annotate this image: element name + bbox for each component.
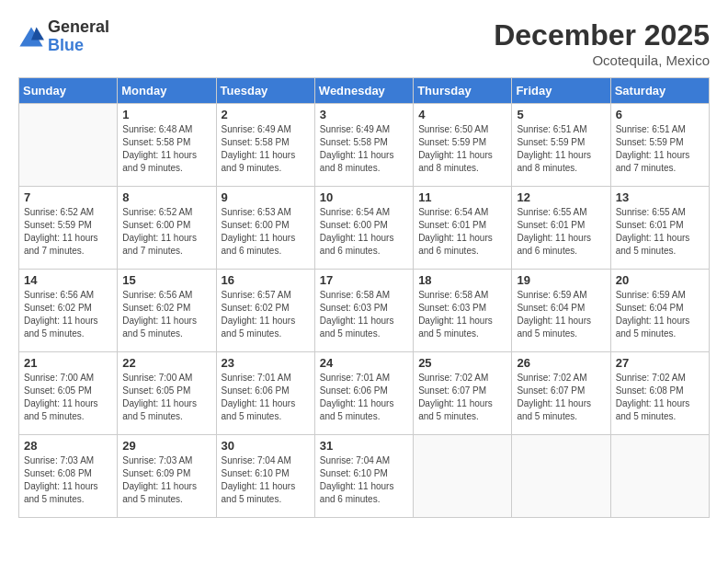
calendar-cell: 19Sunrise: 6:59 AM Sunset: 6:04 PM Dayli…: [512, 270, 610, 352]
calendar-cell: 28Sunrise: 7:03 AM Sunset: 6:08 PM Dayli…: [19, 435, 118, 518]
day-number: 4: [418, 108, 506, 121]
day-info: Sunrise: 6:58 AM Sunset: 6:03 PM Dayligh…: [320, 289, 408, 340]
day-number: 27: [616, 356, 704, 370]
day-info: Sunrise: 7:03 AM Sunset: 6:08 PM Dayligh…: [24, 454, 112, 506]
calendar-cell: 29Sunrise: 7:03 AM Sunset: 6:09 PM Dayli…: [118, 435, 216, 518]
day-info: Sunrise: 7:01 AM Sunset: 6:06 PM Dayligh…: [320, 372, 408, 423]
day-number: 1: [122, 108, 210, 121]
calendar-cell: 4Sunrise: 6:50 AM Sunset: 5:59 PM Daylig…: [414, 104, 512, 187]
calendar-cell: 21Sunrise: 7:00 AM Sunset: 6:05 PM Dayli…: [19, 352, 118, 435]
weekday-header-friday: Friday: [512, 78, 610, 104]
day-number: 17: [320, 273, 408, 287]
day-number: 13: [616, 190, 704, 204]
page-header: General Blue December 2025 Ocotequila, M…: [18, 18, 710, 68]
calendar-week-row: 28Sunrise: 7:03 AM Sunset: 6:08 PM Dayli…: [19, 435, 710, 518]
calendar-cell: [19, 104, 118, 187]
calendar-cell: 13Sunrise: 6:55 AM Sunset: 6:01 PM Dayli…: [610, 187, 709, 270]
day-number: 29: [122, 439, 210, 453]
day-info: Sunrise: 7:04 AM Sunset: 6:10 PM Dayligh…: [320, 454, 408, 506]
calendar-cell: 24Sunrise: 7:01 AM Sunset: 6:06 PM Dayli…: [314, 352, 413, 435]
day-info: Sunrise: 6:56 AM Sunset: 6:02 PM Dayligh…: [24, 289, 112, 340]
calendar-cell: 30Sunrise: 7:04 AM Sunset: 6:10 PM Dayli…: [216, 435, 314, 518]
weekday-header-monday: Monday: [118, 78, 216, 104]
day-number: 3: [320, 108, 408, 121]
logo-icon: [18, 24, 44, 50]
day-info: Sunrise: 6:50 AM Sunset: 5:59 PM Dayligh…: [418, 123, 506, 175]
day-number: 7: [24, 190, 112, 204]
calendar-cell: 23Sunrise: 7:01 AM Sunset: 6:06 PM Dayli…: [216, 352, 314, 435]
calendar-cell: 1Sunrise: 6:48 AM Sunset: 5:58 PM Daylig…: [118, 104, 216, 187]
day-info: Sunrise: 7:00 AM Sunset: 6:05 PM Dayligh…: [122, 372, 210, 423]
day-info: Sunrise: 6:55 AM Sunset: 6:01 PM Dayligh…: [616, 206, 704, 258]
day-info: Sunrise: 6:54 AM Sunset: 6:01 PM Dayligh…: [418, 206, 506, 258]
day-number: 6: [616, 108, 704, 121]
day-number: 21: [24, 356, 112, 370]
calendar-cell: 27Sunrise: 7:02 AM Sunset: 6:08 PM Dayli…: [610, 352, 709, 435]
day-info: Sunrise: 6:51 AM Sunset: 5:59 PM Dayligh…: [616, 123, 704, 175]
day-info: Sunrise: 6:48 AM Sunset: 5:58 PM Dayligh…: [122, 123, 210, 175]
calendar-cell: 6Sunrise: 6:51 AM Sunset: 5:59 PM Daylig…: [610, 104, 709, 187]
weekday-header-thursday: Thursday: [414, 78, 512, 104]
day-number: 28: [24, 439, 112, 453]
day-info: Sunrise: 6:49 AM Sunset: 5:58 PM Dayligh…: [320, 123, 408, 175]
calendar-cell: 17Sunrise: 6:58 AM Sunset: 6:03 PM Dayli…: [314, 270, 413, 352]
day-info: Sunrise: 6:59 AM Sunset: 6:04 PM Dayligh…: [517, 289, 605, 340]
day-number: 25: [418, 356, 506, 370]
day-number: 18: [418, 273, 506, 287]
day-info: Sunrise: 7:04 AM Sunset: 6:10 PM Dayligh…: [222, 454, 310, 506]
calendar-cell: 31Sunrise: 7:04 AM Sunset: 6:10 PM Dayli…: [314, 435, 413, 518]
calendar-cell: [414, 435, 512, 518]
calendar-cell: 8Sunrise: 6:52 AM Sunset: 6:00 PM Daylig…: [118, 187, 216, 270]
location-text: Ocotequila, Mexico: [494, 52, 710, 68]
calendar-table: SundayMondayTuesdayWednesdayThursdayFrid…: [18, 77, 710, 518]
calendar-cell: 5Sunrise: 6:51 AM Sunset: 5:59 PM Daylig…: [512, 104, 610, 187]
title-block: December 2025 Ocotequila, Mexico: [494, 18, 710, 68]
calendar-cell: 16Sunrise: 6:57 AM Sunset: 6:02 PM Dayli…: [216, 270, 314, 352]
day-info: Sunrise: 6:55 AM Sunset: 6:01 PM Dayligh…: [517, 206, 605, 258]
calendar-cell: 10Sunrise: 6:54 AM Sunset: 6:00 PM Dayli…: [314, 187, 413, 270]
day-info: Sunrise: 6:49 AM Sunset: 5:58 PM Dayligh…: [222, 123, 310, 175]
calendar-cell: 9Sunrise: 6:53 AM Sunset: 6:00 PM Daylig…: [216, 187, 314, 270]
calendar-cell: 14Sunrise: 6:56 AM Sunset: 6:02 PM Dayli…: [19, 270, 118, 352]
day-info: Sunrise: 7:02 AM Sunset: 6:07 PM Dayligh…: [517, 372, 605, 423]
day-number: 20: [616, 273, 704, 287]
calendar-week-row: 21Sunrise: 7:00 AM Sunset: 6:05 PM Dayli…: [19, 352, 710, 435]
day-info: Sunrise: 6:51 AM Sunset: 5:59 PM Dayligh…: [517, 123, 605, 175]
logo-blue-text: Blue: [48, 37, 109, 55]
calendar-cell: 2Sunrise: 6:49 AM Sunset: 5:58 PM Daylig…: [216, 104, 314, 187]
day-number: 15: [122, 273, 210, 287]
weekday-header-row: SundayMondayTuesdayWednesdayThursdayFrid…: [19, 78, 710, 104]
day-number: 8: [122, 190, 210, 204]
day-info: Sunrise: 7:01 AM Sunset: 6:06 PM Dayligh…: [222, 372, 310, 423]
day-number: 14: [24, 273, 112, 287]
calendar-cell: [610, 435, 709, 518]
calendar-cell: 11Sunrise: 6:54 AM Sunset: 6:01 PM Dayli…: [414, 187, 512, 270]
day-number: 12: [517, 190, 605, 204]
day-number: 26: [517, 356, 605, 370]
day-number: 10: [320, 190, 408, 204]
day-info: Sunrise: 7:02 AM Sunset: 6:08 PM Dayligh…: [616, 372, 704, 423]
calendar-cell: 3Sunrise: 6:49 AM Sunset: 5:58 PM Daylig…: [314, 104, 413, 187]
calendar-week-row: 1Sunrise: 6:48 AM Sunset: 5:58 PM Daylig…: [19, 104, 710, 187]
day-info: Sunrise: 6:52 AM Sunset: 6:00 PM Dayligh…: [122, 206, 210, 258]
calendar-cell: 22Sunrise: 7:00 AM Sunset: 6:05 PM Dayli…: [118, 352, 216, 435]
day-number: 30: [222, 439, 310, 453]
calendar-cell: [512, 435, 610, 518]
day-number: 5: [517, 108, 605, 121]
day-info: Sunrise: 6:52 AM Sunset: 5:59 PM Dayligh…: [24, 206, 112, 258]
calendar-cell: 26Sunrise: 7:02 AM Sunset: 6:07 PM Dayli…: [512, 352, 610, 435]
weekday-header-tuesday: Tuesday: [216, 78, 314, 104]
day-number: 31: [320, 439, 408, 453]
logo-general-text: General: [48, 18, 109, 37]
weekday-header-wednesday: Wednesday: [314, 78, 413, 104]
day-number: 24: [320, 356, 408, 370]
day-number: 16: [222, 273, 310, 287]
logo: General Blue: [18, 18, 109, 55]
calendar-cell: 20Sunrise: 6:59 AM Sunset: 6:04 PM Dayli…: [610, 270, 709, 352]
month-title: December 2025: [494, 18, 710, 52]
calendar-cell: 25Sunrise: 7:02 AM Sunset: 6:07 PM Dayli…: [414, 352, 512, 435]
day-info: Sunrise: 6:59 AM Sunset: 6:04 PM Dayligh…: [616, 289, 704, 340]
weekday-header-sunday: Sunday: [19, 78, 118, 104]
calendar-week-row: 7Sunrise: 6:52 AM Sunset: 5:59 PM Daylig…: [19, 187, 710, 270]
calendar-cell: 18Sunrise: 6:58 AM Sunset: 6:03 PM Dayli…: [414, 270, 512, 352]
